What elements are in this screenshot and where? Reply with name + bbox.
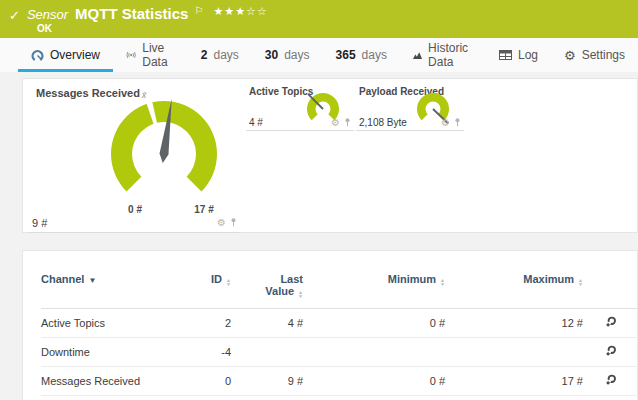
minimum-cell: 0 # — [303, 309, 445, 338]
minimum-cell: 0 Byte — [303, 396, 445, 400]
payload-received-widget: Payload Received 2,108 Byte ⚙ — [356, 85, 464, 131]
pin-icon[interactable] — [230, 218, 237, 227]
last-value-cell: 9 # — [231, 367, 303, 396]
sort-icon: ▲▼ — [226, 278, 231, 286]
column-header-actions — [583, 265, 638, 309]
column-header-id[interactable]: ID▲▼ — [191, 265, 231, 309]
column-label: Channel — [41, 273, 84, 285]
tab-historic-data[interactable]: Historic Data — [400, 38, 486, 72]
minimum-cell — [303, 338, 445, 367]
page-title: MQTT Statistics — [75, 5, 188, 22]
tab-label: Log — [518, 48, 538, 62]
tab-label: Live Data — [142, 41, 175, 69]
channel-name-cell[interactable]: Active Topics — [41, 309, 191, 338]
channel-table-panel: Channel▼ ID▲▼ LastValue▲▼ Minimum▲▼ Maxi… — [22, 250, 638, 400]
sensor-status-header: ✓ Sensor MQTT Statistics ⚐ ★★★☆☆ OK — [0, 0, 638, 38]
tab-overview[interactable]: Overview — [18, 38, 113, 72]
pin-icon[interactable] — [454, 118, 461, 127]
column-label: ID — [211, 273, 222, 285]
edit-channel-cell — [583, 396, 638, 400]
broadcast-icon — [126, 49, 136, 61]
column-header-last-value[interactable]: LastValue▲▼ — [231, 265, 303, 309]
column-label: Maximum — [523, 273, 574, 285]
tab-bar: Overview Live Data 2 days 30 days 365 da… — [0, 38, 638, 72]
maximum-cell — [445, 338, 583, 367]
column-label: Last — [280, 273, 303, 285]
wrench-icon[interactable] — [605, 345, 617, 357]
table-row[interactable]: Payload Received 1 2,108 Byte 0 Byte 2,1… — [41, 396, 638, 400]
gear-icon: ⚙ — [564, 49, 576, 62]
tab-label: Settings — [582, 48, 625, 62]
channel-table: Channel▼ ID▲▼ LastValue▲▼ Minimum▲▼ Maxi… — [41, 265, 638, 400]
table-icon — [499, 50, 512, 60]
ok-check-icon: ✓ — [9, 8, 20, 23]
edit-channel-cell — [583, 309, 638, 338]
wrench-icon[interactable] — [605, 374, 617, 386]
priority-flag-icon[interactable]: ⚐ — [194, 5, 203, 16]
tab-label: Historic Data — [428, 41, 473, 69]
active-topics-widget: Active Topics 4 # ⚙ — [246, 85, 354, 131]
widget-gear-icon[interactable]: ⚙ — [441, 118, 450, 128]
sort-icon: ▲▼ — [298, 290, 303, 298]
messages-received-widget: Messages Received x̄ 0 # 17 # 9 # ⚙ — [29, 85, 240, 233]
tab-365-days[interactable]: 365 days — [323, 38, 400, 72]
wrench-icon[interactable] — [605, 316, 617, 328]
tab-label: days — [213, 48, 238, 62]
current-value: 4 # — [249, 117, 263, 128]
tab-label: days — [284, 48, 309, 62]
last-value-cell — [231, 338, 303, 367]
current-value: 2,108 Byte — [359, 117, 407, 128]
last-value-cell: 4 # — [231, 309, 303, 338]
current-value: 9 # — [32, 217, 47, 229]
minimum-cell: 0 # — [303, 367, 445, 396]
table-row[interactable]: Messages Received 0 9 # 0 # 17 # — [41, 367, 638, 396]
sensor-kind-label: Sensor — [27, 7, 68, 22]
channel-id-cell: 2 — [191, 309, 231, 338]
tab-30-days[interactable]: 30 days — [252, 38, 323, 72]
gauge-icon — [31, 49, 44, 62]
tab-number: 30 — [265, 48, 278, 62]
status-badge: OK — [37, 23, 268, 34]
stars-filled[interactable]: ★★★ — [213, 5, 246, 17]
chart-icon — [413, 50, 422, 61]
column-header-maximum[interactable]: Maximum▲▼ — [445, 265, 583, 309]
tab-number: 365 — [336, 48, 356, 62]
channel-table-body: Active Topics 2 4 # 0 # 12 # Downtime -4… — [41, 309, 638, 400]
channel-name-cell[interactable]: Downtime — [41, 338, 191, 367]
pin-icon[interactable] — [344, 118, 351, 127]
tab-label: Overview — [50, 48, 100, 62]
tab-log[interactable]: Log — [486, 38, 551, 72]
column-label: Value — [265, 285, 294, 297]
maximum-cell: 2,120 Byte — [445, 396, 583, 400]
tab-number: 2 — [201, 48, 208, 62]
svg-text:x̄: x̄ — [141, 90, 147, 100]
stars-empty[interactable]: ☆☆ — [246, 5, 268, 17]
channel-name-cell[interactable]: Messages Received — [41, 367, 191, 396]
channel-id-cell: 0 — [191, 367, 231, 396]
channel-id-cell: -4 — [191, 338, 231, 367]
sort-icon: ▲▼ — [578, 278, 583, 286]
gauges-panel: Messages Received x̄ 0 # 17 # 9 # ⚙ Acti… — [22, 78, 638, 233]
column-header-channel[interactable]: Channel▼ — [41, 265, 191, 309]
maximum-cell: 12 # — [445, 309, 583, 338]
messages-received-gauge: x̄ — [29, 87, 240, 215]
column-header-minimum[interactable]: Minimum▲▼ — [303, 265, 445, 309]
last-value-cell: 2,108 Byte — [231, 396, 303, 400]
channel-name-cell[interactable]: Payload Received — [41, 396, 191, 400]
table-row[interactable]: Active Topics 2 4 # 0 # 12 # — [41, 309, 638, 338]
sort-caret-icon: ▼ — [88, 276, 96, 285]
tab-settings[interactable]: ⚙ Settings — [551, 38, 638, 72]
edit-channel-cell — [583, 367, 638, 396]
widget-gear-icon[interactable]: ⚙ — [217, 218, 226, 228]
edit-channel-cell — [583, 338, 638, 367]
tab-live-data[interactable]: Live Data — [113, 38, 188, 72]
table-row[interactable]: Downtime -4 — [41, 338, 638, 367]
channel-id-cell: 1 — [191, 396, 231, 400]
widget-gear-icon[interactable]: ⚙ — [331, 118, 340, 128]
maximum-cell: 17 # — [445, 367, 583, 396]
column-label: Minimum — [388, 273, 436, 285]
tab-label: days — [362, 48, 387, 62]
tab-2-days[interactable]: 2 days — [188, 38, 252, 72]
priority-stars[interactable]: ★★★☆☆ — [213, 5, 267, 18]
sort-icon: ▲▼ — [440, 278, 445, 286]
